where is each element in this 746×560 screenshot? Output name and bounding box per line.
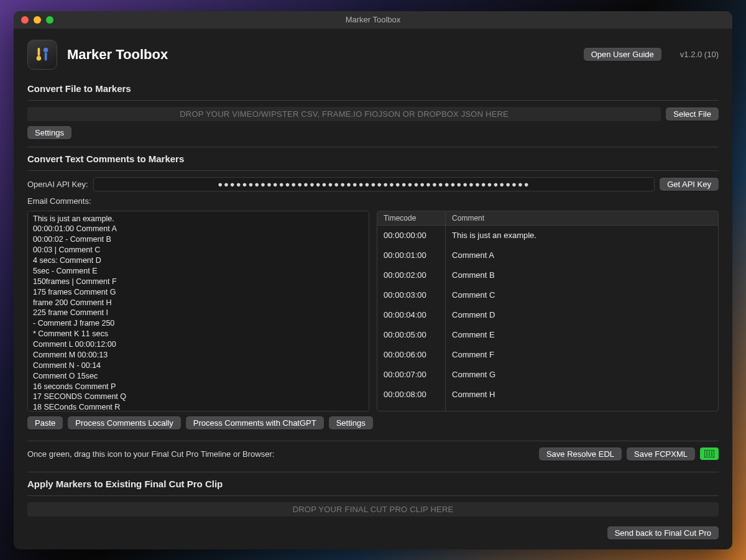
process-local-button[interactable]: Process Comments Locally xyxy=(68,416,181,429)
table-row[interactable]: 00:00:02:00Comment B xyxy=(377,265,718,285)
content: Marker Toolbox Open User Guide v1.2.0 (1… xyxy=(14,29,732,549)
cell-timecode: 00:00:01:00 xyxy=(377,246,446,265)
drag-chip-icon[interactable] xyxy=(700,448,719,460)
table-row[interactable]: 00:00:00:00This is just an example. xyxy=(377,226,718,246)
marker-icon xyxy=(33,45,52,64)
table-row[interactable]: 00:00:04:00Comment D xyxy=(377,305,718,325)
divider xyxy=(27,170,719,171)
divider xyxy=(27,472,719,472)
clip-icon xyxy=(704,450,714,457)
svg-point-3 xyxy=(44,47,48,52)
save-fcpxml-button[interactable]: Save FCPXML xyxy=(627,448,695,461)
col-comment[interactable]: Comment xyxy=(446,211,718,225)
cell-timecode: 00:00:07:00 xyxy=(377,365,446,385)
comments-split: Timecode Comment 00:00:00:00This is just… xyxy=(27,211,719,411)
cell-timecode: 00:00:08:00 xyxy=(377,385,446,405)
cell-comment: This is just an example. xyxy=(446,226,718,246)
header: Marker Toolbox Open User Guide v1.2.0 (1… xyxy=(27,40,719,70)
get-api-key-button[interactable]: Get API Key xyxy=(660,178,719,191)
svg-point-1 xyxy=(37,55,42,60)
cell-timecode: 00:00:00:00 xyxy=(377,226,446,246)
cell-comment: Comment E xyxy=(446,325,718,345)
cell-comment: Comment C xyxy=(446,285,718,305)
col-timecode[interactable]: Timecode xyxy=(377,211,446,225)
table-row[interactable]: 00:00:09:00Comment I xyxy=(377,405,718,411)
table-row[interactable]: 00:00:07:00Comment G xyxy=(377,365,718,385)
table-body[interactable]: 00:00:00:00This is just an example.00:00… xyxy=(377,226,718,411)
open-user-guide-button[interactable]: Open User Guide xyxy=(584,48,661,61)
titlebar[interactable]: Marker Toolbox xyxy=(14,11,732,29)
cell-comment: Comment A xyxy=(446,246,718,265)
cell-comment: Comment G xyxy=(446,365,718,385)
cell-comment: Comment F xyxy=(446,345,718,365)
cell-comment: Comment B xyxy=(446,265,718,285)
traffic-lights xyxy=(21,16,53,24)
table-header: Timecode Comment xyxy=(377,211,718,226)
version-label: v1.2.0 (10) xyxy=(680,50,719,59)
drag-hint: Once green, drag this icon to your Final… xyxy=(27,449,534,459)
cell-timecode: 00:00:05:00 xyxy=(377,325,446,345)
openai-key-label: OpenAI API Key: xyxy=(27,180,88,189)
divider xyxy=(27,100,719,101)
divider xyxy=(27,495,719,496)
window-title: Marker Toolbox xyxy=(14,15,732,24)
table-row[interactable]: 00:00:05:00Comment E xyxy=(377,325,718,345)
cell-timecode: 00:00:06:00 xyxy=(377,345,446,365)
select-file-button[interactable]: Select File xyxy=(666,108,719,121)
clip-dropzone[interactable]: DROP YOUR FINAL CUT PRO CLIP HERE xyxy=(27,502,719,516)
markers-table: Timecode Comment 00:00:00:00This is just… xyxy=(377,211,719,411)
cell-comment: Comment I xyxy=(446,405,718,411)
table-row[interactable]: 00:00:06:00Comment F xyxy=(377,345,718,365)
table-row[interactable]: 00:00:08:00Comment H xyxy=(377,385,718,405)
app-icon xyxy=(27,40,57,70)
openai-key-input[interactable] xyxy=(93,177,655,191)
email-comments-label: Email Comments: xyxy=(27,196,91,206)
cell-comment: Comment D xyxy=(446,305,718,325)
text-settings-button[interactable]: Settings xyxy=(329,416,373,429)
section-apply-title: Apply Markers to Existing Final Cut Pro … xyxy=(27,479,719,489)
cell-timecode: 00:00:09:00 xyxy=(377,405,446,411)
divider xyxy=(27,441,719,441)
cell-timecode: 00:00:04:00 xyxy=(377,305,446,325)
section-convert-file-title: Convert File to Markers xyxy=(27,83,719,94)
file-dropzone[interactable]: DROP YOUR VIMEO/WIPSTER CSV, FRAME.IO FI… xyxy=(27,107,661,121)
minimize-icon[interactable] xyxy=(34,16,41,24)
send-back-button[interactable]: Send back to Final Cut Pro xyxy=(607,526,719,539)
comments-buttons: Paste Process Comments Locally Process C… xyxy=(27,416,719,429)
section-convert-text-title: Convert Text Comments to Markers xyxy=(27,154,719,164)
svg-rect-0 xyxy=(38,47,40,55)
comments-textarea[interactable] xyxy=(27,211,369,411)
cell-comment: Comment H xyxy=(446,385,718,405)
close-icon[interactable] xyxy=(21,16,29,24)
cell-timecode: 00:00:02:00 xyxy=(377,265,446,285)
maximize-icon[interactable] xyxy=(46,16,53,24)
table-row[interactable]: 00:00:03:00Comment C xyxy=(377,285,718,305)
drag-row: Once green, drag this icon to your Final… xyxy=(27,448,719,461)
file-settings-button[interactable]: Settings xyxy=(27,126,71,139)
paste-button[interactable]: Paste xyxy=(27,416,63,429)
divider xyxy=(27,147,719,147)
app-title: Marker Toolbox xyxy=(67,47,574,63)
svg-rect-2 xyxy=(45,52,47,60)
process-gpt-button[interactable]: Process Comments with ChatGPT xyxy=(186,416,324,429)
cell-timecode: 00:00:03:00 xyxy=(377,285,446,305)
table-row[interactable]: 00:00:01:00Comment A xyxy=(377,246,718,265)
save-edl-button[interactable]: Save Resolve EDL xyxy=(539,448,622,461)
app-window: Marker Toolbox Marker Toolbox Open User … xyxy=(14,11,732,549)
